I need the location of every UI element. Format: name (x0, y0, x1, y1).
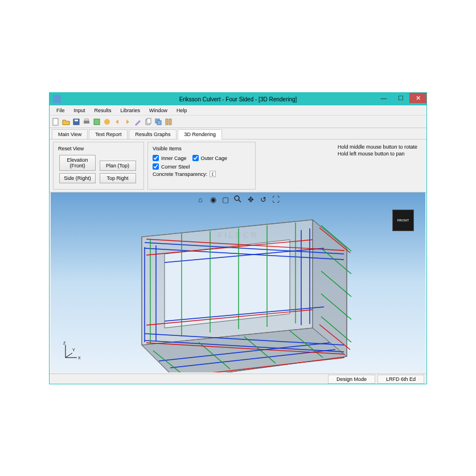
titlebar: Eriksson Culvert - Four Sided - [3D Rend… (50, 93, 426, 105)
cascade-icon[interactable] (154, 118, 162, 126)
tab-main-view[interactable]: Main View (52, 129, 88, 139)
home-icon[interactable]: ⌂ (196, 195, 205, 204)
tab-text-report[interactable]: Text Report (89, 129, 128, 139)
svg-text:X: X (78, 356, 81, 360)
print-icon[interactable] (83, 118, 91, 126)
svg-rect-8 (147, 118, 151, 124)
svg-rect-11 (166, 119, 168, 125)
app-window: Eriksson Culvert - Four Sided - [3D Rend… (49, 92, 427, 384)
statusbar: Design Mode LRFD 6th Ed (50, 374, 426, 384)
zoom-icon[interactable] (233, 195, 243, 204)
svg-rect-12 (169, 119, 171, 125)
minimize-button[interactable]: — (375, 93, 392, 103)
menu-window[interactable]: Window (145, 106, 172, 114)
elevation-button[interactable]: Elevation (Front) (59, 155, 96, 171)
instruction-pan: Hold left mouse button to pan (338, 151, 417, 158)
toolbar (50, 116, 426, 128)
copy-icon[interactable] (144, 118, 152, 126)
menu-input[interactable]: Input (69, 106, 90, 114)
menu-file[interactable]: File (52, 106, 69, 114)
window-title: Eriksson Culvert - Four Sided - [3D Rend… (50, 96, 426, 102)
window-controls: — ☐ ✕ (375, 93, 426, 103)
tab-results-graphs[interactable]: Results Graphs (129, 129, 177, 139)
status-design-mode: Design Mode (328, 375, 375, 384)
status-code: LRFD 6th Ed (377, 375, 424, 384)
pan-icon[interactable]: ✥ (246, 195, 255, 204)
plan-button[interactable]: Plan (Top) (100, 161, 136, 171)
instruction-rotate: Hold middle mouse button to rotate (338, 144, 417, 151)
svg-rect-4 (85, 119, 88, 121)
side-button[interactable]: Side (Right) (59, 173, 96, 183)
menu-help[interactable]: Help (172, 106, 192, 114)
svg-line-56 (65, 353, 72, 358)
outer-cage-checkbox[interactable]: Outer Cage (192, 155, 228, 161)
top-right-button[interactable]: Top Right (100, 173, 136, 183)
maximize-button[interactable]: ☐ (392, 93, 409, 103)
orbit-icon[interactable]: ◉ (208, 195, 218, 204)
zoom-window-icon[interactable]: ▢ (221, 195, 230, 204)
save-icon[interactable] (72, 118, 80, 126)
svg-line-14 (239, 200, 241, 202)
menu-libraries[interactable]: Libraries (116, 106, 145, 114)
3d-viewport[interactable]: ⌂ ◉ ▢ ✥ ↺ ⛶ FRONT FILECR (51, 192, 425, 372)
check-icon[interactable] (103, 118, 111, 126)
svg-rect-3 (84, 121, 89, 124)
menu-results[interactable]: Results (90, 106, 116, 114)
inner-cage-checkbox[interactable]: Inner Cage (153, 155, 187, 161)
svg-text:Z: Z (63, 341, 66, 345)
reset-icon[interactable]: ↺ (258, 195, 268, 204)
fwd-icon[interactable] (124, 118, 132, 126)
viewport-toolbar: ⌂ ◉ ▢ ✥ ↺ ⛶ (196, 195, 280, 204)
mouse-instructions: Hold middle mouse button to rotate Hold … (332, 142, 423, 190)
svg-rect-5 (94, 119, 100, 125)
tab-3d-rendering[interactable]: 3D Rendering (178, 129, 222, 139)
svg-text:Y: Y (72, 348, 75, 352)
svg-rect-10 (157, 121, 161, 125)
svg-point-13 (235, 196, 239, 200)
fullscreen-icon[interactable]: ⛶ (271, 195, 280, 204)
tab-strip: Main View Text Report Results Graphs 3D … (50, 128, 426, 139)
svg-rect-0 (53, 118, 58, 125)
cut-icon[interactable] (93, 118, 101, 126)
open-icon[interactable] (62, 118, 70, 126)
menubar: File Input Results Libraries Window Help (50, 105, 426, 116)
visible-items-title: Visible Items (153, 146, 251, 151)
view-cube[interactable]: FRONT (392, 210, 414, 231)
new-icon[interactable] (52, 118, 60, 126)
visible-items-group: Visible Items Inner Cage Outer Cage Corn… (147, 142, 256, 190)
reset-view-title: Reset View (58, 146, 139, 151)
corner-steel-checkbox[interactable]: Corner Steel (153, 163, 251, 170)
wand-icon[interactable] (134, 118, 142, 126)
back-icon[interactable] (113, 118, 121, 126)
controls-panel: Reset View Elevation (Front) Plan (Top) … (50, 139, 426, 192)
reset-view-group: Reset View Elevation (Front) Plan (Top) … (53, 142, 144, 190)
close-button[interactable]: ✕ (409, 93, 426, 103)
tile-icon[interactable] (165, 118, 173, 126)
culvert-model (119, 214, 358, 372)
transparency-input[interactable] (210, 171, 216, 177)
svg-rect-2 (75, 120, 78, 121)
transparency-label: Concrete Transparency: (153, 171, 207, 177)
svg-point-6 (104, 119, 110, 125)
axis-indicator: Z Y X (60, 340, 83, 364)
